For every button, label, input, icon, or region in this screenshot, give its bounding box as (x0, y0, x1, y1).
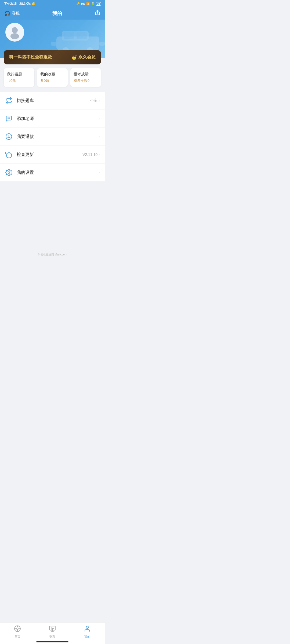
headphone-icon: 🎧 (4, 10, 10, 16)
member-vip-label: 👑 永久会员 (71, 54, 96, 60)
menu-item-update[interactable]: 检查更新 V2.11.10 › (0, 146, 105, 164)
update-icon (5, 151, 13, 159)
settings-right: › (99, 170, 100, 175)
share-btn[interactable] (95, 10, 100, 17)
svg-point-11 (8, 118, 8, 118)
settings-label: 我的设置 (17, 170, 99, 175)
switch-bank-label: 切换题库 (17, 98, 90, 104)
stat-card-exam[interactable]: 模考成绩 模考次数0 (70, 68, 101, 87)
svg-point-13 (9, 118, 10, 118)
menu-item-refund[interactable]: 我要退款 › (0, 128, 105, 146)
stat-collect-title: 我的收藏 (40, 72, 64, 77)
menu-item-switch-bank[interactable]: 切换题库 小车 › (0, 92, 105, 110)
menu-item-add-teacher[interactable]: 添加老师 › (0, 110, 105, 128)
svg-rect-5 (64, 32, 74, 39)
refund-icon (5, 133, 13, 141)
crown-icon: 👑 (71, 55, 77, 60)
add-teacher-right: › (99, 116, 100, 121)
stats-section: 我的错题 共0题 我的收藏 共0题 模考成绩 模考次数0 (0, 64, 105, 90)
refund-right: › (99, 134, 100, 139)
section-divider-1 (0, 90, 105, 92)
svg-rect-10 (99, 42, 105, 46)
chevron-icon: › (99, 98, 100, 103)
stat-exam-title: 模考成绩 (74, 72, 98, 77)
page-header: 🎧 客服 我的 (0, 8, 105, 20)
menu-item-settings[interactable]: 我的设置 › (0, 164, 105, 181)
svg-rect-9 (51, 42, 56, 46)
status-icons: 🔑 HD 📶 🔋 70 (76, 2, 101, 6)
switch-bank-icon (5, 97, 13, 105)
svg-point-15 (8, 172, 10, 174)
member-promo-text: 科一科四不过全额退款 (9, 54, 52, 60)
add-teacher-label: 添加老师 (17, 116, 99, 122)
update-right: V2.11.10 › (82, 152, 100, 157)
customer-service-label: 客服 (12, 11, 20, 16)
stat-card-wrong[interactable]: 我的错题 共0题 (4, 68, 34, 87)
menu-section: 切换题库 小车 › 添加老师 › 我要退款 (0, 92, 105, 181)
customer-service-btn[interactable]: 🎧 客服 (4, 10, 20, 16)
add-teacher-icon (5, 115, 13, 123)
watermark: © 云机竞速网 yfzyw.com (0, 251, 105, 258)
user-avatar[interactable] (5, 23, 24, 42)
status-time-speed: 下午2:15 | 28.1K/s 🔔 (4, 2, 36, 6)
svg-point-2 (10, 33, 19, 39)
status-bar: 下午2:15 | 28.1K/s 🔔 🔑 HD 📶 🔋 70 (0, 0, 105, 8)
chevron-icon: › (99, 134, 100, 139)
svg-point-12 (9, 118, 9, 118)
settings-icon (5, 169, 13, 177)
content-spacer (0, 181, 105, 251)
svg-point-1 (12, 27, 18, 33)
update-label: 检查更新 (17, 152, 82, 158)
stat-collect-value: 共0题 (40, 78, 64, 83)
stat-card-collect[interactable]: 我的收藏 共0题 (37, 68, 68, 87)
stat-wrong-title: 我的错题 (7, 72, 31, 77)
chevron-icon: › (99, 170, 100, 175)
refund-label: 我要退款 (17, 134, 99, 140)
page-title: 我的 (52, 10, 62, 17)
stat-wrong-value: 共0题 (7, 78, 31, 83)
chevron-icon: › (99, 116, 100, 121)
chevron-icon: › (99, 152, 100, 157)
stat-exam-value: 模考次数0 (74, 78, 98, 83)
switch-bank-right: 小车 › (90, 98, 100, 103)
member-banner[interactable]: 科一科四不过全额退款 👑 永久会员 (4, 50, 101, 64)
svg-rect-6 (77, 32, 87, 39)
